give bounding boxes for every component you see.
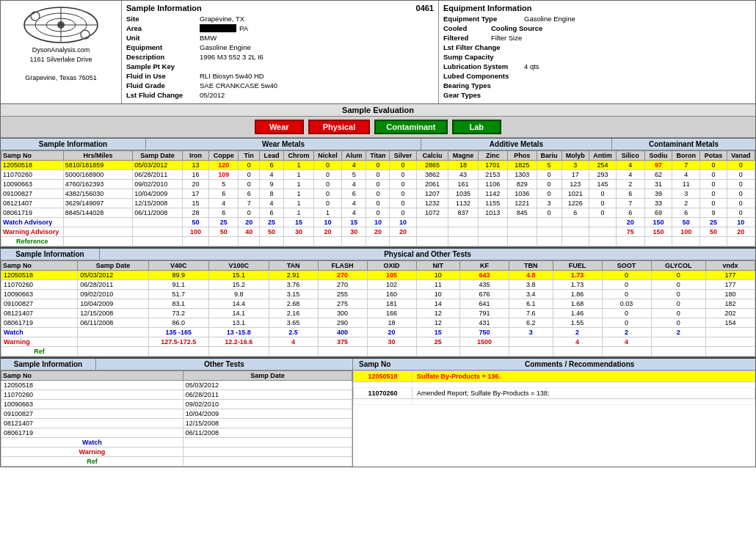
th-tin: Tin — [239, 151, 260, 161]
equipment-label: Equipment — [126, 43, 200, 51]
lst-fluid-change-value: 05/2012 — [200, 91, 225, 99]
physical-other-tests-header: Physical and Other Tests — [100, 249, 755, 260]
phys-th-kf: KF — [460, 261, 509, 271]
th-chrom: Chrom — [283, 151, 313, 161]
sample-info-col-header: Sample Information — [1, 139, 146, 150]
other-table-row: 0806171906/11/2008 — [1, 428, 352, 438]
other-table-row: 1009066309/02/2010 — [1, 400, 352, 409]
phys-watch-row: Watch135 -16513 -15.82.540020157503222 — [1, 328, 755, 337]
equip-filtered-label: Filtered — [443, 34, 491, 42]
th-silver: Silver — [390, 151, 416, 161]
site-value: Grapevine, TX — [200, 15, 244, 23]
wear-metals-col-header: Wear Metals — [146, 139, 421, 150]
company-logo — [21, 5, 101, 45]
physical-section: Sample Information Physical and Other Te… — [0, 247, 756, 357]
area-box — [200, 24, 236, 32]
description-label: Description — [126, 53, 200, 61]
th-sodiu: Sodiu — [644, 151, 672, 161]
fluid-grade-label: Fluid Grade — [126, 81, 200, 89]
table-row: 120505185810/18185905/03/201213120061040… — [1, 161, 755, 170]
wear-button[interactable]: Wear — [255, 120, 304, 134]
phys-th-v40: V40C — [148, 261, 208, 271]
main-data-section: Sample Information Wear Metals Additive … — [0, 139, 756, 247]
equip-type-label: Equipment Type — [443, 15, 524, 23]
comment-samp-no: 11070260 — [354, 388, 412, 399]
other-table-row: 0910082710/04/2009 — [1, 409, 352, 419]
lubrication-value: 4 qts — [524, 62, 539, 70]
other-advisory-row: Watch — [1, 438, 352, 447]
sample-evaluation: Sample Evaluation Wear Physical Contamin… — [0, 104, 756, 139]
comments-table: 12050518Sulfate By-Products = 136.110702… — [353, 370, 755, 405]
other-th-row: Samp No Samp Date — [1, 371, 352, 381]
equipment-info-header: Equipment Information Equipment Type Gas… — [439, 1, 755, 103]
unit-label: Unit — [126, 34, 200, 42]
phys-ref-row: Ref — [1, 347, 755, 357]
table-header-row: Samp No Hrs/Miles Samp Date Iron Coppe T… — [1, 151, 755, 161]
th-samp-no: Samp No — [1, 151, 64, 161]
equip-cooled-source: Cooling Source — [491, 24, 542, 32]
phys-th-date: Samp Date — [78, 261, 149, 271]
phys-th-soot: SOOT — [602, 261, 651, 271]
th-nickel: Nickel — [314, 151, 342, 161]
other-table-row: 0812140712/15/2008 — [1, 419, 352, 428]
other-tests-title: Other Tests — [96, 359, 352, 370]
samp-no-header: Samp No — [359, 360, 390, 368]
sample-pt-key-label: Sample Pt Key — [126, 62, 200, 70]
th-potas: Potas — [700, 151, 727, 161]
phys-th-glycol: GLYCOL — [651, 261, 705, 271]
advisory-watch-row: Watch Advisory50252025151015101020150502… — [1, 218, 755, 227]
lst-filter-label: Lst Filter Change — [443, 43, 524, 51]
comment-row: 11070260Amended Report; Sulfate By-Produ… — [354, 388, 755, 399]
th-alum: Alum — [342, 151, 366, 161]
comment-samp-no: 12050518 — [354, 371, 412, 382]
phys-th-flash: FLASH — [318, 261, 367, 271]
phys-table-row: 0812140712/15/200873.214.12.163001661279… — [1, 309, 755, 318]
equipment-value: Gasoline Engine — [200, 43, 251, 51]
phys-th-nit: NIT — [416, 261, 460, 271]
svg-point-6 — [31, 12, 40, 21]
th-antim: Antim — [589, 151, 617, 161]
th-zinc: Zinc — [478, 151, 507, 161]
phys-th-tbn: TBN — [509, 261, 553, 271]
th-titan: Titan — [366, 151, 390, 161]
th-iron: Iron — [182, 151, 208, 161]
phys-table-row: 1205051805/03/201289.915.12.912701051064… — [1, 271, 755, 280]
equipment-info-title: Equipment Information — [443, 4, 751, 12]
svg-point-7 — [81, 30, 90, 39]
phys-th-fuel: FUEL — [553, 261, 602, 271]
table-row: 080617198845/14402806/11/200828606114001… — [1, 208, 755, 218]
lab-button[interactable]: Lab — [452, 120, 502, 134]
company-name: DysonAnalysis.com 1161 Silverlake Drive … — [25, 45, 96, 82]
other-tests-section: Sample Information Other Tests Samp No S… — [1, 359, 353, 467]
equip-filtered-value: Filter Size — [491, 34, 522, 42]
table-row: 100906634760/16239309/02/201020509104002… — [1, 180, 755, 189]
table-row: 110702605000/16890006/28/201116109041050… — [1, 170, 755, 180]
other-tests-headers: Sample Information Other Tests — [1, 359, 352, 370]
site-label: Site — [126, 15, 200, 23]
physical-table: Samp No Samp Date V40C V100C TAN FLASH O… — [1, 260, 755, 357]
area-label: Area — [126, 24, 200, 32]
physical-button[interactable]: Physical — [308, 120, 371, 134]
phys-th-samp-no: Samp No — [1, 261, 78, 271]
th-bariu: Bariu — [537, 151, 561, 161]
physical-headers: Sample Information Physical and Other Te… — [1, 249, 755, 260]
comments-section: Samp No Comments / Recommendations 12050… — [353, 359, 755, 467]
th-calciu: Calciu — [416, 151, 448, 161]
th-boron: Boron — [672, 151, 700, 161]
th-coppe: Coppe — [209, 151, 239, 161]
phys-th-tan: TAN — [269, 261, 318, 271]
bearing-label: Bearing Types — [443, 81, 524, 89]
description-value: 1996 M3 552 3 2L I6 — [200, 53, 263, 61]
area-value: PA — [239, 24, 248, 32]
contaminant-button[interactable]: Contaminant — [374, 120, 447, 134]
lubrication-label: Lubrication System — [443, 62, 524, 70]
equip-cooled-label: Cooled — [443, 24, 491, 32]
th-samp-date: Samp Date — [133, 151, 183, 161]
other-advisory-row: Ref — [1, 457, 352, 467]
fluid-in-use-value: RLI Biosyn 5w40 HD — [200, 72, 264, 80]
other-table-row: 1205051805/03/2012 — [1, 381, 352, 390]
phys-table-row: 0910082710/04/200983.114.42.682751811464… — [1, 299, 755, 309]
th-molyb: Molyb — [561, 151, 589, 161]
lubed-label: Lubed Components — [443, 72, 524, 80]
phys-th-oxid: OXID — [367, 261, 416, 271]
